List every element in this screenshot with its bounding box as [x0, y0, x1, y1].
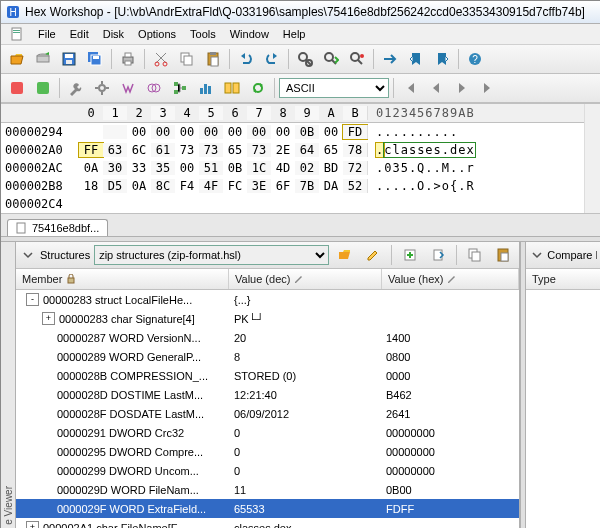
svg-rect-12	[93, 56, 99, 59]
goto-icon[interactable]	[378, 47, 402, 71]
structures-header: Structures zip structures (zip-format.hs…	[16, 242, 519, 269]
struct-export-icon[interactable]	[426, 243, 450, 267]
encoding-select[interactable]: ASCII	[279, 78, 389, 98]
nav-prev-icon[interactable]	[424, 76, 448, 100]
hex-row[interactable]: 000002A0FF636C61737365732E646578.classes…	[1, 141, 584, 159]
nav-next-icon[interactable]	[450, 76, 474, 100]
structure-row[interactable]: 0000028D DOSTIME LastM...12:21:40B462	[16, 385, 519, 404]
structures-columns: Member Value (dec) Value (hex)	[16, 269, 519, 290]
bookmark-fwd-icon[interactable]	[430, 47, 454, 71]
structure-row[interactable]: 00000287 WORD VersionN...201400	[16, 328, 519, 347]
svg-rect-38	[200, 88, 203, 94]
svg-rect-22	[211, 57, 218, 66]
menu-window[interactable]: Window	[223, 26, 276, 42]
svg-rect-49	[501, 253, 508, 261]
open-disk-icon[interactable]	[31, 47, 55, 71]
tree-toggle[interactable]: -	[26, 293, 39, 306]
collapse-icon[interactable]	[20, 247, 36, 263]
col-value-hex[interactable]: Value (hex)	[382, 269, 519, 289]
window-title: Hex Workshop - [U:\vb\AndrExtraFld\Q-033…	[25, 5, 585, 19]
hex-view: 0123456789AB 0123456789AB 00000294 00000…	[1, 103, 600, 213]
wrench-icon[interactable]	[64, 76, 88, 100]
structure-row[interactable]: 00000289 WORD GeneralP...80800	[16, 347, 519, 366]
struct-open-icon[interactable]	[333, 243, 357, 267]
menu-options[interactable]: Options	[131, 26, 183, 42]
structures-grid[interactable]: -00000283 struct LocalFileHe...{...}+000…	[16, 290, 519, 528]
hex-row[interactable]: 000002C4	[1, 195, 584, 213]
tree-toggle[interactable]: +	[26, 521, 39, 528]
structures-select[interactable]: zip structures (zip-format.hsl)	[94, 245, 329, 265]
compare-grid[interactable]	[526, 290, 600, 528]
col-member[interactable]: Member	[16, 269, 229, 289]
tab-label: 75416e8dbf...	[32, 222, 99, 234]
structure-row[interactable]: 00000291 DWORD Crc32000000000	[16, 423, 519, 442]
viewer-label: e Viewer	[3, 482, 14, 528]
svg-rect-41	[225, 83, 231, 93]
save-icon[interactable]	[57, 47, 81, 71]
struct-paste-icon[interactable]	[491, 243, 515, 267]
structures-title: Structures	[40, 249, 90, 261]
tree-toggle[interactable]: +	[42, 312, 55, 325]
structure-row[interactable]: 00000299 DWORD Uncom...000000000	[16, 461, 519, 480]
svg-rect-8	[65, 54, 73, 58]
find-next-icon[interactable]	[319, 47, 343, 71]
col-type[interactable]: Type	[526, 269, 600, 289]
menu-file[interactable]: File	[31, 26, 63, 42]
tool-a-icon[interactable]	[5, 76, 29, 100]
struct-add-icon[interactable]	[398, 243, 422, 267]
hex-header: 0123456789AB 0123456789AB	[1, 104, 584, 123]
bookmark-back-icon[interactable]	[404, 47, 428, 71]
save-all-icon[interactable]	[83, 47, 107, 71]
paste-icon[interactable]	[201, 47, 225, 71]
structure-row[interactable]: 0000028F DOSDATE LastM...06/09/20122641	[16, 404, 519, 423]
replace-icon[interactable]	[345, 47, 369, 71]
undo-icon[interactable]	[234, 47, 258, 71]
menu-help[interactable]: Help	[276, 26, 313, 42]
structure-row[interactable]: -00000283 struct LocalFileHe...{...}	[16, 290, 519, 309]
structure-row[interactable]: +000002A1 char FileName[F...classes.dex	[16, 518, 519, 528]
structure-row[interactable]: +00000283 char Signature[4]PK└┘	[16, 309, 519, 328]
struct-edit-icon[interactable]	[361, 243, 385, 267]
svg-rect-36	[174, 90, 178, 94]
resync-icon[interactable]	[246, 76, 270, 100]
xor-icon[interactable]	[142, 76, 166, 100]
svg-rect-31	[37, 82, 49, 94]
copy-icon[interactable]	[175, 47, 199, 71]
tab-document[interactable]: 75416e8dbf...	[7, 219, 108, 236]
nav-first-icon[interactable]	[398, 76, 422, 100]
hex-row[interactable]: 00000294 000000000000000B00FD..........	[1, 123, 584, 141]
help-icon[interactable]: ?	[463, 47, 487, 71]
app-window: H Hex Workshop - [U:\vb\AndrExtraFld\Q-0…	[0, 0, 600, 528]
menu-disk[interactable]: Disk	[96, 26, 131, 42]
structure-row[interactable]: 0000029F WORD ExtraField...65533FDFF	[16, 499, 519, 518]
menu-edit[interactable]: Edit	[63, 26, 96, 42]
nav-last-icon[interactable]	[476, 76, 500, 100]
svg-rect-4	[13, 32, 20, 33]
hex-row[interactable]: 000002B818D50A8CF44FFC3E6F7BDA52.....O.>…	[1, 177, 584, 195]
svg-rect-9	[66, 60, 72, 64]
viewer-sidebar[interactable]: e Viewer	[1, 242, 16, 528]
cut-icon[interactable]	[149, 47, 173, 71]
hex-scrollbar[interactable]	[584, 104, 600, 213]
col-value-dec[interactable]: Value (dec)	[229, 269, 382, 289]
structure-row[interactable]: 00000295 DWORD Compre...000000000	[16, 442, 519, 461]
checksum-icon[interactable]	[116, 76, 140, 100]
settings-icon[interactable]	[90, 76, 114, 100]
struct-copy-icon[interactable]	[463, 243, 487, 267]
chart-icon[interactable]	[194, 76, 218, 100]
menu-tools[interactable]: Tools	[183, 26, 223, 42]
menubar: File Edit Disk Options Tools Window Help	[1, 24, 600, 45]
structure-row[interactable]: 0000028B COMPRESSION_...STORED (0)0000	[16, 366, 519, 385]
tool-b-icon[interactable]	[31, 76, 55, 100]
print-icon[interactable]	[116, 47, 140, 71]
open-icon[interactable]	[5, 47, 29, 71]
find-icon[interactable]	[293, 47, 317, 71]
redo-icon[interactable]	[260, 47, 284, 71]
structure-row[interactable]: 0000029D WORD FileNam...110B00	[16, 480, 519, 499]
collapse-icon[interactable]	[530, 247, 543, 263]
hex-row[interactable]: 000002AC0A30333500510B1C4D02BD72.035.Q..…	[1, 159, 584, 177]
structure-icon[interactable]	[168, 76, 192, 100]
pencil-icon	[294, 274, 304, 284]
compare-icon[interactable]	[220, 76, 244, 100]
svg-point-23	[299, 53, 307, 61]
